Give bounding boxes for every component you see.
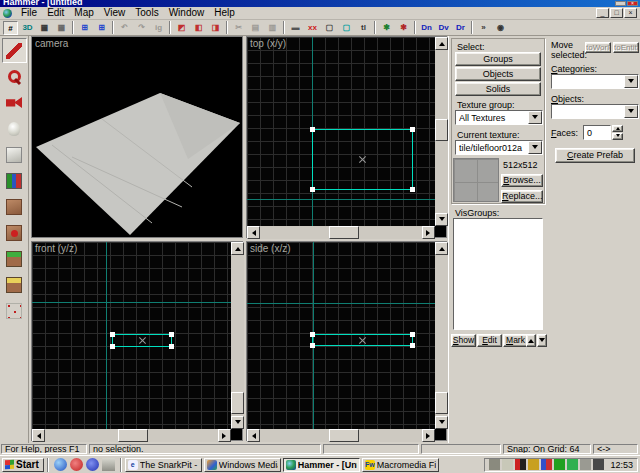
scroll-right-icon[interactable] [426, 433, 433, 439]
path-tool[interactable] [2, 298, 27, 323]
select-handles-icon[interactable]: ▢ [339, 21, 354, 35]
run-map-icon[interactable]: ◉ [493, 21, 508, 35]
show-desktop-icon[interactable] [102, 458, 115, 471]
status-resize-grip[interactable]: <-> [593, 444, 638, 454]
sync-icon[interactable] [567, 459, 578, 470]
internet-explorer-icon[interactable] [54, 458, 67, 471]
scrollbar-thumb[interactable] [435, 119, 448, 141]
create-prefab-button[interactable]: Create Prefab [555, 148, 635, 163]
visgroup-mark-button[interactable]: Mark [503, 334, 528, 347]
menu-item-edit[interactable]: Edit [42, 7, 69, 19]
auto-select-icon[interactable]: tl [356, 21, 371, 35]
scroll-up-icon[interactable] [439, 244, 445, 251]
visgroup-show-button[interactable]: Show [451, 334, 476, 347]
toggle-grid-icon[interactable]: # [3, 21, 18, 35]
tray-icon-4[interactable] [528, 459, 539, 470]
edit-cordon-icon[interactable]: ▢ [322, 21, 337, 35]
load-window-state-icon[interactable]: ⊞ [77, 21, 92, 35]
close-icon[interactable]: × [627, 1, 638, 6]
faces-input[interactable]: 0 [583, 125, 611, 140]
block-tool[interactable] [2, 142, 27, 167]
start-button[interactable]: Start [2, 458, 44, 472]
top-viewport-canvas[interactable] [247, 37, 435, 226]
ungroup-icon[interactable]: ◨ [208, 21, 223, 35]
run-commands-icon[interactable]: » [476, 21, 491, 35]
dropdown-arrow-icon[interactable] [528, 111, 542, 124]
brush-handle[interactable] [310, 332, 315, 337]
visgroup-up-button[interactable] [526, 334, 536, 347]
selection-tool[interactable] [2, 38, 27, 63]
objects-dropdown[interactable] [551, 104, 639, 119]
horizontal-scrollbar[interactable] [247, 226, 435, 239]
menu-item-tools[interactable]: Tools [130, 7, 163, 19]
scrollbar-thumb[interactable] [329, 429, 359, 442]
scroll-down-icon[interactable] [235, 420, 241, 427]
save-window-state-icon[interactable]: ⊞ [94, 21, 109, 35]
task-hammer[interactable]: Hammer - [Unt... [283, 458, 360, 472]
volume-icon[interactable] [489, 459, 500, 470]
vertical-scrollbar[interactable] [231, 242, 244, 429]
side-viewport[interactable]: side (x/z) [246, 241, 447, 441]
copy-icon[interactable]: ▤ [248, 21, 263, 35]
groups-button[interactable]: Groups [455, 52, 541, 66]
cut-icon[interactable]: ✂ [231, 21, 246, 35]
visgroups-list[interactable] [453, 218, 543, 330]
task-snarkpit[interactable]: eThe SnarkPit - Us... [125, 458, 202, 472]
mdi-minimize-icon[interactable]: _ [596, 8, 609, 18]
quick-launch-2-icon[interactable] [70, 458, 83, 471]
scroll-left-icon[interactable] [249, 230, 256, 236]
brush-handle[interactable] [410, 187, 415, 192]
texture-application-tool[interactable] [2, 168, 27, 193]
horizontal-scrollbar[interactable] [32, 429, 231, 442]
carve-icon[interactable]: ◩ [174, 21, 189, 35]
objects-button[interactable]: Objects [455, 67, 541, 81]
current-texture-dropdown[interactable]: tile/tilefloor012a [455, 140, 543, 155]
redo-icon[interactable]: ↷ [134, 21, 149, 35]
texture-app-green-icon[interactable]: ✱ [379, 21, 394, 35]
menu-item-file[interactable]: File [16, 7, 42, 19]
play-icon[interactable] [554, 459, 565, 470]
menu-item-help[interactable]: Help [209, 7, 240, 19]
undo-icon[interactable]: ↶ [117, 21, 132, 35]
visgroup-down-button[interactable] [537, 334, 547, 347]
vertical-scrollbar[interactable] [435, 37, 448, 226]
selected-brush[interactable] [112, 334, 172, 347]
vertical-scrollbar[interactable] [435, 242, 448, 429]
title-bar[interactable]: Hammer - [untitled × [0, 0, 640, 7]
brush-handle[interactable] [410, 343, 415, 348]
apply-current-texture-tool[interactable] [2, 194, 27, 219]
toggle-cordon-icon[interactable]: ▬ [288, 21, 303, 35]
mdi-restore-icon[interactable]: □ [610, 8, 623, 18]
task-windows-media-player[interactable]: Windows Media P... [204, 458, 281, 472]
to-world-button[interactable]: toWorld [585, 42, 611, 53]
group-icon[interactable]: ◧ [191, 21, 206, 35]
brush-handle[interactable] [169, 332, 174, 337]
scroll-left-icon[interactable] [249, 433, 256, 439]
mdi-close-icon[interactable]: × [624, 8, 637, 18]
camera-tool[interactable] [2, 90, 27, 115]
brush-handle[interactable] [110, 344, 115, 349]
to-entity-button[interactable]: toEntity [613, 42, 639, 53]
display-Dn-icon[interactable]: Dn [419, 21, 434, 35]
texture-lock-icon[interactable]: xx [305, 21, 320, 35]
spinner-down-icon[interactable] [612, 133, 623, 140]
selected-brush[interactable] [312, 129, 413, 190]
toggle-3d-grid-icon[interactable]: 3D [20, 21, 35, 35]
scrollbar-thumb[interactable] [435, 392, 448, 414]
scrollbar-thumb[interactable] [118, 429, 148, 442]
brush-handle[interactable] [410, 332, 415, 337]
top-viewport[interactable]: top (x/y) [246, 36, 447, 238]
brush-handle[interactable] [410, 127, 415, 132]
brush-handle[interactable] [110, 332, 115, 337]
quick-launch-3-icon[interactable] [86, 458, 99, 471]
side-viewport-canvas[interactable] [247, 242, 435, 429]
horizontal-scrollbar[interactable] [247, 429, 435, 442]
scrollbar-thumb[interactable] [329, 226, 359, 239]
brush-handle[interactable] [169, 344, 174, 349]
display-Dv-icon[interactable]: Dv [436, 21, 451, 35]
menu-item-map[interactable]: Map [69, 7, 98, 19]
menu-item-view[interactable]: View [99, 7, 131, 19]
restore-icon[interactable] [615, 1, 626, 6]
selected-brush[interactable] [312, 334, 413, 346]
paste-icon[interactable]: ▥ [265, 21, 280, 35]
